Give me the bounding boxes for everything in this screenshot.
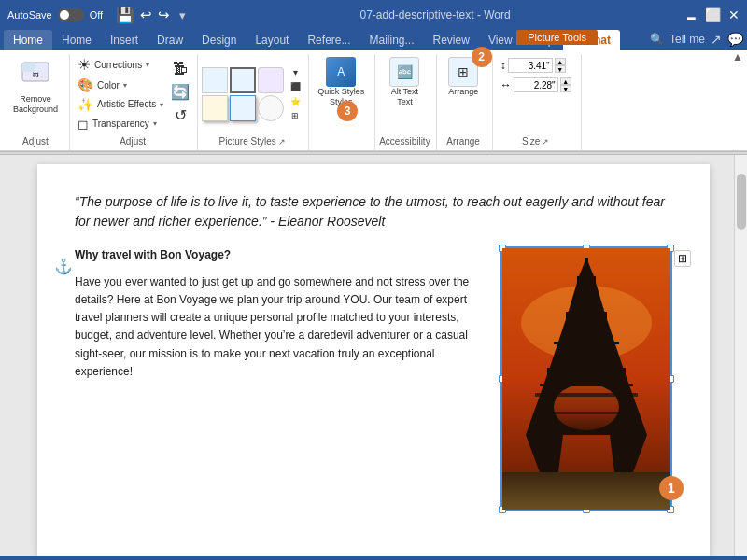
- tab-layout[interactable]: Layout: [246, 30, 298, 50]
- group-size: ↕ 3.41" ▲ ▼ ↔ 2.28" ▲ ▼ Size ↗: [493, 54, 582, 150]
- tab-home[interactable]: Home: [52, 30, 101, 50]
- status-bar: Page 1 of 1 152 words ⊞ ≡ 📄 - + 90%: [0, 556, 747, 560]
- quick-styles-label: Quick Styles: [317, 87, 364, 97]
- redo-icon[interactable]: ↪: [158, 7, 170, 23]
- document-page: ⚓ “The purpose of life is to live it, to…: [37, 164, 710, 556]
- adjust-label2: Adjust: [74, 134, 191, 150]
- heading-text: Why travel with Bon Voyage?: [75, 248, 231, 261]
- compress-button[interactable]: 🗜: [169, 58, 191, 79]
- group-picture-styles: ▾ ⬛ ⭐ ⊞ Picture Styles ↗: [198, 54, 309, 150]
- picture-border-button[interactable]: ⬛: [288, 81, 303, 93]
- height-down-btn[interactable]: ▼: [555, 65, 566, 73]
- title-bar-left: AutoSave Off 💾 ↩ ↪ ▾: [7, 7, 186, 24]
- svg-rect-20: [540, 384, 633, 386]
- width-input[interactable]: 2.28": [514, 77, 558, 92]
- autosave-label: AutoSave: [7, 9, 52, 21]
- quick-styles-button[interactable]: A Quick Styles Styles: [313, 54, 369, 110]
- size-expand-icon[interactable]: ↗: [542, 137, 549, 147]
- tab-draw[interactable]: Draw: [148, 30, 192, 50]
- style-thumb-5[interactable]: [230, 95, 256, 121]
- undo-icon[interactable]: ↩: [140, 7, 152, 23]
- maximize-icon[interactable]: ⬜: [705, 7, 721, 22]
- style-thumb-2[interactable]: [230, 67, 256, 93]
- effects-icon: ⭐: [290, 97, 301, 107]
- width-down-btn[interactable]: ▼: [560, 85, 571, 92]
- tab-references[interactable]: Refere...: [298, 30, 359, 50]
- autosave-toggle[interactable]: [58, 8, 84, 21]
- restore-icon[interactable]: 🗕: [684, 7, 698, 22]
- tab-review[interactable]: Review: [424, 30, 479, 50]
- title-bar-right: 🗕 ⬜ ✕: [684, 7, 740, 22]
- alt-text-icon: 🔤: [389, 57, 419, 87]
- vertical-scrollbar[interactable]: [734, 155, 747, 556]
- title-bar: AutoSave Off 💾 ↩ ↪ ▾ 07-add-descriptive-…: [0, 0, 747, 30]
- width-icon: ↔: [500, 78, 512, 91]
- style-thumb-6[interactable]: [258, 95, 284, 121]
- svg-rect-5: [502, 472, 670, 510]
- document-title: 07-add-descriptive-text - Word: [360, 8, 511, 21]
- picture-effects-button[interactable]: ⭐: [288, 96, 303, 108]
- layout-icon: ⊞: [291, 111, 299, 121]
- color-button[interactable]: 🎨 Color ▾: [74, 76, 167, 95]
- alt-text-button[interactable]: 🔤 Alt Text Text: [384, 54, 425, 110]
- more-styles-button[interactable]: ▾: [288, 66, 303, 79]
- collapse-ribbon-button[interactable]: ▲: [728, 50, 747, 63]
- tell-me[interactable]: Tell me: [669, 33, 705, 46]
- image-container[interactable]: ⊞ 1: [500, 246, 672, 511]
- corrections-label: Corrections: [94, 60, 142, 71]
- arrange-label: Arrange: [441, 134, 486, 150]
- svg-rect-17: [535, 393, 638, 397]
- search-icon: 🔍: [650, 33, 664, 46]
- transparency-button[interactable]: ◻ Transparency ▾: [74, 115, 167, 134]
- alt-text-label2: Text: [397, 97, 413, 107]
- transparency-icon: ◻: [78, 117, 89, 133]
- group-quick-styles: A Quick Styles Styles 3: [309, 54, 375, 150]
- customize-icon[interactable]: ▾: [179, 8, 186, 22]
- share-icon[interactable]: ↗: [711, 32, 722, 47]
- change-picture-button[interactable]: 🔄: [169, 81, 191, 103]
- height-icon: ↕: [500, 59, 506, 72]
- style-thumb-3[interactable]: [258, 67, 284, 93]
- transparency-arrow: ▾: [153, 119, 157, 129]
- styles-group-label: Picture Styles: [219, 134, 276, 150]
- tab-insert[interactable]: Insert: [101, 30, 148, 50]
- save-icon[interactable]: 💾: [116, 7, 134, 24]
- color-arrow: ▾: [123, 81, 127, 91]
- badge-3: 3: [337, 101, 358, 121]
- picture-layout-button[interactable]: ⊞: [288, 110, 303, 122]
- remove-background-button[interactable]: 🖼 Remove Background: [7, 54, 63, 118]
- arrange-label: Arrange: [448, 87, 478, 97]
- scrollbar-thumb[interactable]: [737, 174, 746, 230]
- badge-1: 1: [659, 476, 684, 500]
- eiffel-tower-image: [502, 248, 670, 510]
- tab-mailings[interactable]: Mailing...: [359, 30, 423, 50]
- adjust-group-label: Adjust: [7, 134, 63, 150]
- group-accessibility: 🔤 Alt Text Text Accessibility: [375, 54, 436, 150]
- styles-expand-icon[interactable]: ↗: [278, 137, 286, 147]
- artistic-effects-button[interactable]: ✨ Artistic Effects ▾: [74, 95, 167, 115]
- tab-file[interactable]: Home: [4, 30, 52, 50]
- width-up-btn[interactable]: ▲: [560, 77, 571, 85]
- height-input[interactable]: 3.41": [508, 58, 553, 73]
- tab-design[interactable]: Design: [192, 30, 246, 50]
- autosave-state: Off: [90, 9, 103, 21]
- qs-label: [313, 145, 369, 150]
- comment-icon[interactable]: 💬: [727, 32, 743, 47]
- corrections-button[interactable]: ☀ Corrections ▾: [74, 54, 167, 76]
- height-up-btn[interactable]: ▲: [555, 58, 566, 65]
- color-icon: 🎨: [78, 77, 93, 93]
- layout-options-button[interactable]: ⊞: [674, 250, 691, 267]
- close-icon[interactable]: ✕: [728, 7, 740, 22]
- reset-picture-button[interactable]: ↺: [169, 105, 191, 126]
- transparency-label: Transparency: [92, 119, 149, 130]
- size-group-label: Size: [522, 134, 540, 150]
- group-remove-bg: 🖼 Remove Background Adjust: [4, 54, 70, 150]
- group-arrange: ⊞ Arrange 2 Arrange: [437, 54, 493, 150]
- style-thumb-4[interactable]: [202, 95, 228, 121]
- corrections-icon: ☀: [78, 56, 91, 74]
- artistic-label: Artistic Effects: [97, 99, 156, 110]
- style-thumb-1[interactable]: [202, 67, 228, 93]
- svg-text:🖼: 🖼: [33, 72, 39, 78]
- change-pic-icon: 🔄: [171, 83, 190, 101]
- badge-2: 2: [472, 47, 492, 67]
